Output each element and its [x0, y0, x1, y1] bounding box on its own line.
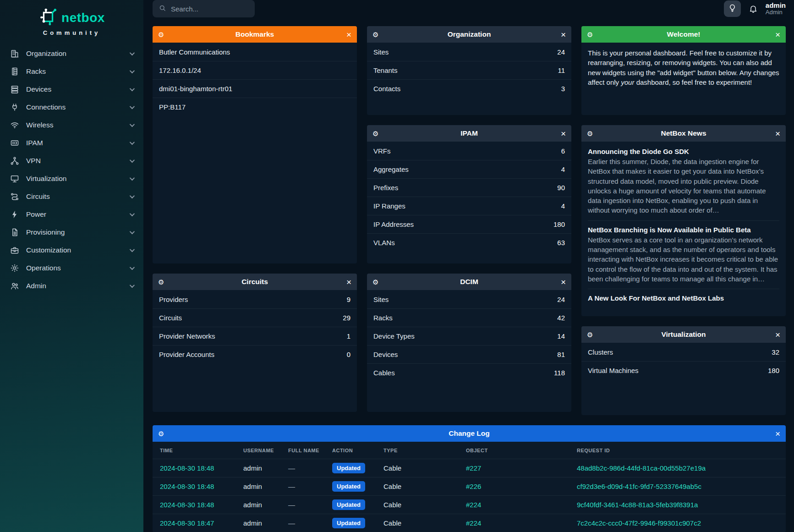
bookmark-item[interactable]: 172.16.0.1/24	[153, 61, 357, 79]
close-icon[interactable]: ×	[775, 330, 780, 339]
widget-change-log: ⚙ Change Log × Time Username Full Name A…	[153, 425, 786, 532]
gear-icon[interactable]: ⚙	[587, 130, 593, 137]
changelog-time-link[interactable]: 2024-08-30 18:48	[160, 483, 214, 490]
changelog-request-id-link[interactable]: 7c2c4c2c-ccc0-47f2-9946-f99301c907c2	[577, 519, 701, 527]
widget-dcim: ⚙ DCIM × Sites24 Racks42 Device Types14 …	[367, 274, 571, 412]
changelog-request-id-link[interactable]: 48ad8b2c-986d-44fd-81ca-00d55b27e19a	[577, 464, 706, 472]
changelog-request-id-link[interactable]: 9cf40fdf-3461-4c88-81a3-5feb39f8391a	[577, 501, 698, 509]
sidebar-item-organization[interactable]: Organization	[0, 44, 143, 62]
sidebar-item-ipam[interactable]: IPAM	[0, 134, 143, 152]
gear-icon[interactable]: ⚙	[587, 31, 593, 38]
stat-row: Provider Networks1	[153, 327, 357, 345]
stat-row: VRFs6	[367, 142, 571, 160]
chevron-down-icon	[130, 68, 135, 73]
chevron-down-icon	[130, 247, 135, 252]
dashboard: ⚙ Bookmarks × Butler Communications 172.…	[143, 17, 794, 532]
widget-title: Bookmarks	[153, 30, 357, 38]
changelog-type: Cable	[380, 496, 462, 514]
gear-icon[interactable]: ⚙	[158, 31, 164, 38]
gears-icon	[10, 263, 19, 273]
stat-row: Contacts3	[367, 79, 571, 98]
changelog-full-name: —	[285, 514, 329, 532]
sidebar-item-wireless[interactable]: Wireless	[0, 116, 143, 134]
sidebar-item-vpn[interactable]: VPN	[0, 152, 143, 170]
action-badge: Updated	[332, 499, 365, 510]
changelog-full-name: —	[285, 477, 329, 496]
close-icon[interactable]: ×	[775, 30, 780, 39]
widget-circuits: ⚙ Circuits × Providers9 Circuits29 Provi…	[153, 274, 357, 412]
changelog-time-link[interactable]: 2024-08-30 18:47	[160, 519, 214, 527]
close-icon[interactable]: ×	[561, 278, 566, 286]
stat-row: Clusters32	[581, 343, 786, 361]
ip-address-icon	[10, 138, 19, 148]
document-icon	[10, 228, 19, 237]
changelog-request-id-link[interactable]: cf92d3e6-d09d-41fc-9fd7-52337649ab5c	[577, 483, 701, 490]
widget-title: Circuits	[153, 278, 357, 286]
user-menu[interactable]: admin Admin	[766, 1, 786, 16]
chevron-down-icon	[130, 282, 135, 287]
bookmark-item[interactable]: dmi01-binghamton-rtr01	[153, 79, 357, 98]
sidebar-item-devices[interactable]: Devices	[0, 80, 143, 98]
close-icon[interactable]: ×	[775, 129, 780, 138]
widget-title: Virtualization	[581, 330, 786, 339]
changelog-object-link[interactable]: #224	[466, 501, 481, 509]
chevron-down-icon	[130, 193, 135, 198]
gear-icon[interactable]: ⚙	[158, 430, 164, 437]
changelog-time-link[interactable]: 2024-08-30 18:48	[160, 464, 214, 472]
sidebar-item-customization[interactable]: Customization	[0, 241, 143, 259]
sidebar-item-racks[interactable]: Racks	[0, 62, 143, 80]
sidebar-item-provisioning[interactable]: Provisioning	[0, 223, 143, 241]
changelog-object-link[interactable]: #227	[466, 464, 481, 472]
news-headline[interactable]: A New Look For NetBox and NetBox Labs	[588, 294, 779, 302]
sidebar-nav: Organization Racks Devices Connections W…	[0, 44, 143, 295]
theme-toggle-button[interactable]	[724, 0, 741, 17]
sidebar-item-operations[interactable]: Operations	[0, 259, 143, 277]
sidebar-item-circuits[interactable]: Circuits	[0, 187, 143, 205]
gear-icon[interactable]: ⚙	[372, 130, 378, 137]
changelog-object-link[interactable]: #224	[466, 519, 481, 527]
route-icon	[10, 192, 19, 201]
notifications-bell-icon[interactable]	[749, 4, 758, 13]
sidebar-item-connections[interactable]: Connections	[0, 98, 143, 116]
widget-title: Change Log	[153, 429, 786, 438]
sidebar: netbox Community Organization Racks Devi…	[0, 0, 143, 532]
welcome-text: This is your personal dashboard. Feel fr…	[581, 43, 786, 93]
action-badge: Updated	[332, 463, 365, 473]
changelog-time-link[interactable]: 2024-08-30 18:48	[160, 501, 214, 509]
changelog-type: Cable	[380, 459, 462, 477]
search-input[interactable]	[171, 5, 240, 13]
close-icon[interactable]: ×	[346, 30, 351, 39]
gear-icon[interactable]: ⚙	[372, 31, 378, 38]
close-icon[interactable]: ×	[561, 30, 566, 39]
bookmark-item[interactable]: PP:B117	[153, 98, 357, 116]
monitor-icon	[10, 174, 19, 183]
close-icon[interactable]: ×	[346, 278, 351, 286]
close-icon[interactable]: ×	[561, 129, 566, 138]
news-headline[interactable]: NetBox Branching is Now Available in Pub…	[588, 226, 779, 234]
sidebar-item-virtualization[interactable]: Virtualization	[0, 170, 143, 187]
search-box[interactable]	[153, 0, 255, 17]
gear-icon[interactable]: ⚙	[158, 279, 164, 285]
sidebar-item-power[interactable]: Power	[0, 205, 143, 223]
table-row: 2024-08-30 18:48 admin — Updated Cable #…	[153, 477, 786, 496]
top-bar: admin Admin	[143, 0, 794, 17]
news-headline[interactable]: Announcing the Diode Go SDK	[588, 148, 779, 155]
chevron-down-icon	[130, 50, 135, 55]
netbox-logo-icon	[38, 7, 58, 28]
action-badge: Updated	[332, 518, 365, 528]
gear-icon[interactable]: ⚙	[372, 279, 378, 285]
sidebar-item-admin[interactable]: Admin	[0, 277, 143, 295]
column-header-username: Username	[240, 442, 285, 459]
close-icon[interactable]: ×	[775, 429, 780, 438]
stat-row: VLANs63	[367, 233, 571, 252]
table-row: 2024-08-30 18:48 admin — Updated Cable #…	[153, 496, 786, 514]
changelog-full-name: —	[285, 496, 329, 514]
changelog-object-link[interactable]: #226	[466, 483, 481, 490]
brand-logo[interactable]: netbox Community	[0, 5, 143, 44]
action-badge: Updated	[332, 481, 365, 492]
brand-name: netbox	[61, 11, 105, 25]
bookmark-item[interactable]: Butler Communications	[153, 43, 357, 61]
gear-icon[interactable]: ⚙	[587, 331, 593, 338]
stat-row: Virtual Machines180	[581, 361, 786, 379]
column-header-action: Action	[329, 442, 380, 459]
